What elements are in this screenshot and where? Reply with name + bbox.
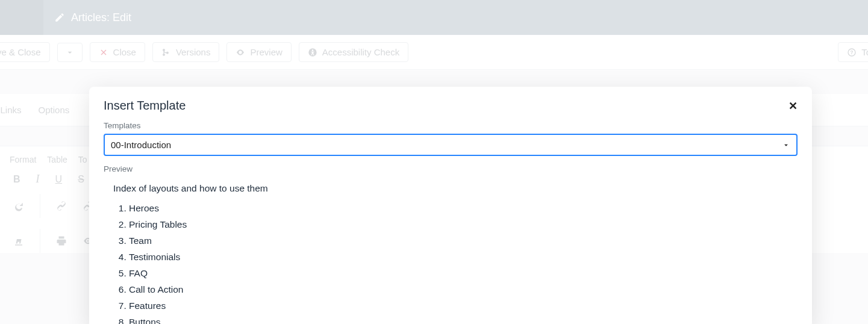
insert-template-modal: Insert Template ✕ Templates 00-Introduct… — [89, 87, 812, 324]
list-item: Features — [129, 299, 798, 313]
modal-title: Insert Template — [104, 99, 186, 113]
preview-list: Heroes Pricing Tables Team Testimonials … — [129, 201, 798, 324]
list-item: FAQ — [129, 266, 798, 281]
list-item: Buttons — [129, 315, 798, 324]
list-item: Testimonials — [129, 250, 798, 264]
preview-field-label: Preview — [104, 164, 798, 173]
list-item: Call to Action — [129, 282, 798, 297]
modal-close-button[interactable]: ✕ — [788, 99, 798, 113]
list-item: Pricing Tables — [129, 217, 798, 232]
preview-intro-text: Index of layouts and how to use them — [113, 183, 798, 194]
templates-select[interactable]: 00-Introduction — [104, 134, 798, 156]
template-preview-area[interactable]: Index of layouts and how to use them Her… — [104, 177, 798, 324]
list-item: Team — [129, 234, 798, 248]
templates-field-label: Templates — [104, 121, 798, 130]
list-item: Heroes — [129, 201, 798, 216]
